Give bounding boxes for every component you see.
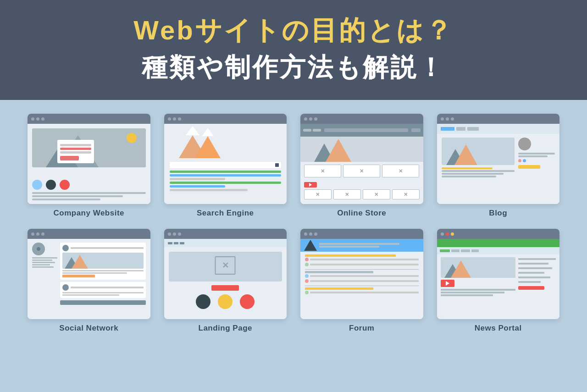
online-store-content: ✕ ✕ ✕ ✕ ✕ ✕ ✕	[300, 124, 423, 204]
bl-line1	[442, 170, 515, 172]
np-line3	[441, 294, 493, 296]
lp-x-icon: ✕	[222, 260, 229, 271]
os-nav	[300, 124, 423, 137]
dot3	[178, 117, 181, 121]
dot2	[173, 117, 176, 121]
social-network-label: Social Network	[59, 324, 118, 333]
dot1	[304, 232, 307, 236]
cw-line3	[32, 199, 100, 200]
os-play-icon	[309, 183, 312, 187]
os-m2	[326, 139, 351, 162]
fo-dot1	[305, 258, 309, 261]
card-landing-page: ✕ Landing Page	[164, 229, 287, 333]
se-result3	[170, 178, 226, 180]
lp-circle-dark	[196, 294, 210, 309]
bl-top	[437, 124, 560, 134]
np-main-image	[441, 257, 516, 278]
sn-post-header	[62, 245, 144, 251]
np-line1	[441, 289, 516, 291]
bl-dot2	[523, 159, 526, 162]
card-online-store: ✕ ✕ ✕ ✕ ✕ ✕ ✕	[300, 114, 423, 218]
lp-circle-red	[240, 294, 255, 309]
browser-company-website	[28, 114, 150, 204]
dot1	[441, 232, 444, 236]
np-green-bar	[437, 239, 560, 247]
cw-card	[57, 140, 94, 163]
forum-content	[300, 239, 423, 319]
cw-lines	[32, 192, 146, 200]
fo-body	[300, 252, 423, 300]
sn-left-panel	[32, 243, 57, 305]
header-title: Webサイトの目的とは？ 種類や制作方法も解説！	[9, 13, 578, 85]
sn-post-avatar	[62, 245, 69, 251]
dot2	[446, 232, 449, 236]
os-nav-btn	[411, 128, 421, 132]
np-side-line1	[518, 258, 556, 260]
sn-pm2	[72, 255, 88, 269]
fo-dot5	[305, 291, 309, 294]
np-video-btn	[441, 280, 454, 287]
se-mountains	[170, 131, 282, 158]
os-cell5: ✕	[333, 189, 361, 199]
se-result1	[170, 171, 282, 173]
bl-tab1	[441, 127, 454, 131]
os-cell3: ✕	[382, 165, 419, 177]
bl-hero-image	[442, 138, 515, 165]
dot2	[309, 117, 312, 121]
sn-post2-avatar	[62, 284, 69, 291]
dot3	[451, 117, 454, 121]
se-mountain2	[195, 136, 221, 158]
np-side-line5	[518, 276, 550, 278]
fo-post1	[305, 254, 419, 266]
fo-title2	[305, 271, 373, 273]
dot3	[178, 232, 181, 236]
online-store-label: Online Store	[337, 209, 386, 218]
dot1	[31, 117, 34, 121]
fo-dot-line5	[305, 291, 419, 294]
lp-body: ✕	[164, 247, 287, 314]
fo-dot2	[305, 263, 309, 266]
header-title-highlight: Webサイトの目的	[133, 15, 367, 45]
browser-forum	[300, 229, 423, 319]
browser-bar-lp	[164, 229, 287, 239]
os-nav-search	[324, 128, 408, 132]
browser-bar-fo	[300, 229, 423, 239]
fo-line5	[310, 292, 419, 293]
news-portal-content	[437, 239, 560, 319]
sn-feed	[60, 243, 146, 305]
browser-blog	[437, 114, 560, 204]
dot3	[41, 232, 44, 236]
bl-sidebar	[518, 138, 555, 178]
fo-dot-line1	[305, 258, 419, 261]
np-side-line4	[518, 272, 544, 274]
fo-divider2	[305, 286, 419, 286]
card-search-engine: Search Engine	[164, 114, 287, 218]
dot3	[451, 232, 454, 236]
dot3	[314, 117, 317, 121]
search-engine-label: Search Engine	[197, 209, 254, 218]
sn-badge	[62, 275, 95, 277]
lp-circles	[169, 294, 282, 309]
bl-body	[437, 134, 560, 182]
sn-post2-header	[62, 284, 144, 291]
lp-hero: ✕	[169, 252, 282, 282]
os-product-grid: ✕ ✕ ✕	[300, 162, 423, 180]
os-row2: ✕ ✕ ✕ ✕	[300, 189, 423, 201]
browser-social-network	[28, 229, 150, 319]
dot2	[309, 232, 312, 236]
cw-circle-red	[60, 180, 70, 190]
np-nav	[437, 247, 560, 254]
np-side-column	[518, 257, 556, 297]
blog-content	[437, 124, 560, 204]
browser-news-portal	[437, 229, 560, 319]
fo-title3	[305, 287, 373, 290]
card-social-network: Social Network	[28, 229, 150, 333]
lp-cta-row	[169, 285, 282, 291]
cw-card-line2	[60, 148, 91, 150]
card-blog: Blog	[437, 114, 560, 218]
sn-profile-avatar	[32, 243, 45, 255]
fo-dot3	[305, 274, 309, 278]
sn-person-icon	[37, 247, 40, 251]
landing-page-label: Landing Page	[199, 324, 252, 333]
fo-divider1	[305, 269, 419, 270]
